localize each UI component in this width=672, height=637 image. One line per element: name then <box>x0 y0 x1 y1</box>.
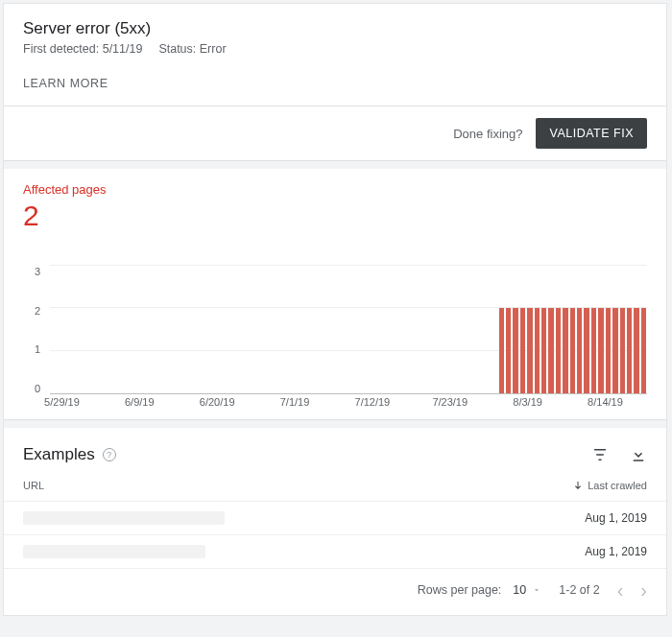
done-fixing-label: Done fixing? <box>453 127 522 141</box>
chart-bar <box>570 266 575 393</box>
x-axis-tick: 7/1/19 <box>280 396 310 408</box>
table-row[interactable]: Aug 1, 2019 <box>4 534 666 568</box>
chart-bar <box>492 266 496 393</box>
chart-bar <box>172 266 177 393</box>
chart-bar <box>442 266 446 393</box>
pager-next-button[interactable]: › <box>640 580 647 600</box>
chart-bar <box>108 266 112 393</box>
x-axis-tick: 6/9/19 <box>125 396 155 408</box>
chart-bar <box>72 266 77 393</box>
y-axis-tick: 1 <box>23 343 40 355</box>
learn-more-link[interactable]: LEARN MORE <box>23 77 647 90</box>
column-header-last-crawled[interactable]: Last crawled <box>572 480 647 491</box>
chart-bar <box>307 266 312 393</box>
rows-per-page-label: Rows per page: <box>418 583 502 597</box>
chart-bar <box>506 266 511 393</box>
first-detected-label: First detected: <box>23 42 99 56</box>
chart-bar <box>520 266 525 393</box>
chart-bar <box>186 266 191 393</box>
download-icon[interactable] <box>630 446 647 463</box>
page-title: Server error (5xx) <box>23 19 647 38</box>
y-axis-tick: 3 <box>23 266 40 277</box>
chart-bar <box>143 266 148 393</box>
chart-bar <box>335 266 340 393</box>
chart-bar <box>285 266 290 393</box>
url-cell <box>23 545 205 558</box>
chart-bar <box>293 266 298 393</box>
rows-per-page-select[interactable]: 10 <box>513 583 541 597</box>
chart-bar <box>371 266 375 393</box>
chart-bar <box>634 266 638 393</box>
chart-bar <box>93 266 98 393</box>
url-cell <box>23 511 225 525</box>
first-detected-value: 5/11/19 <box>103 42 143 56</box>
table-row[interactable]: Aug 1, 2019 <box>4 501 666 534</box>
chart-bar <box>193 266 198 393</box>
chart-bar <box>456 266 461 393</box>
chart-bar <box>80 266 84 393</box>
chart-bar <box>393 266 397 393</box>
chart-bar <box>364 266 369 393</box>
chart-bar <box>477 266 482 393</box>
validate-fix-button[interactable]: VALIDATE FIX <box>536 118 647 149</box>
chart-bar <box>207 266 212 393</box>
x-axis-tick: 6/20/19 <box>200 396 235 408</box>
chart-bar <box>65 266 70 393</box>
chart-bar <box>222 266 227 393</box>
chart-bar <box>356 266 361 393</box>
column-header-url[interactable]: URL <box>23 480 44 491</box>
chart-bar <box>535 266 540 393</box>
chart-bar <box>428 266 433 393</box>
status-value: Error <box>200 42 227 56</box>
chart-bar <box>243 266 248 393</box>
examples-title: Examples <box>23 445 95 464</box>
chart-bar <box>151 266 156 393</box>
pager-range: 1-2 of 2 <box>559 583 599 597</box>
chart-bar <box>584 266 588 393</box>
chart-bar <box>449 266 454 393</box>
chart-bar <box>129 266 133 393</box>
chart-bar <box>349 266 354 393</box>
chart-bar <box>122 266 127 393</box>
y-axis-tick: 0 <box>23 383 40 394</box>
filter-icon[interactable] <box>591 446 609 463</box>
chart-bar <box>470 266 475 393</box>
chart-bar <box>257 266 262 393</box>
y-axis-tick: 2 <box>23 305 40 317</box>
pager-prev-button[interactable]: ‹ <box>617 580 624 600</box>
chart-bar <box>399 266 404 393</box>
chart-bar <box>606 266 611 393</box>
chart-bar <box>612 266 617 393</box>
last-crawled-cell: Aug 1, 2019 <box>585 545 647 558</box>
last-crawled-cell: Aug 1, 2019 <box>585 511 647 525</box>
help-icon[interactable]: ? <box>103 448 116 461</box>
chart-bar <box>627 266 632 393</box>
chart-bar <box>314 266 319 393</box>
chart-bar <box>136 266 141 393</box>
chart-bar <box>464 266 468 393</box>
chart-bar <box>165 266 170 393</box>
chevron-down-icon <box>532 585 541 595</box>
chart-bar <box>179 266 183 393</box>
chart-bar <box>385 266 390 393</box>
chart-bar <box>548 266 553 393</box>
detection-status-line: First detected: 5/11/19 Status: Error <box>23 42 647 56</box>
chart-bar <box>420 266 425 393</box>
chart-bar <box>201 266 205 393</box>
chart-bar <box>406 266 411 393</box>
chart-bar <box>598 266 603 393</box>
chart-bar <box>278 266 283 393</box>
chart-bar <box>101 266 106 393</box>
chart-bar <box>414 266 419 393</box>
chart-bar <box>556 266 561 393</box>
x-axis-tick: 7/12/19 <box>355 396 391 408</box>
arrow-down-icon <box>572 480 584 491</box>
chart-bar <box>58 266 62 393</box>
chart-bar <box>115 266 120 393</box>
x-axis-tick: 8/3/19 <box>513 396 542 408</box>
chart-bar <box>435 266 440 393</box>
chart-bar <box>620 266 625 393</box>
x-axis-tick: 8/14/19 <box>588 396 623 408</box>
chart-bar <box>577 266 582 393</box>
chart-bar <box>300 266 304 393</box>
